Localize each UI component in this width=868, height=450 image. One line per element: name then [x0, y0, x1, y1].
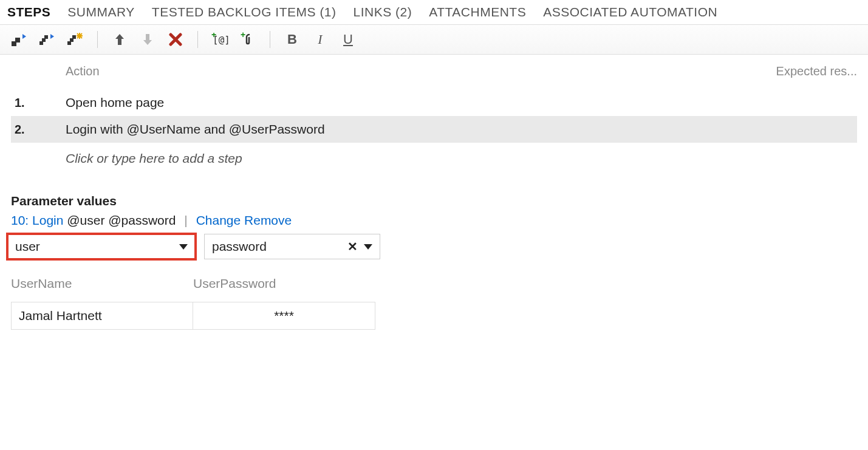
- column-header-userpassword: UserPassword: [193, 276, 375, 291]
- chevron-down-icon: [179, 244, 188, 250]
- add-step-placeholder[interactable]: Click or type here to add a step: [11, 143, 857, 177]
- userpassword-cell[interactable]: ****: [193, 302, 375, 330]
- dropdown-value: password: [212, 239, 267, 254]
- change-link[interactable]: Change: [196, 213, 241, 227]
- step-row[interactable]: 2. Login with @UserName and @UserPasswor…: [11, 116, 857, 143]
- insert-step-icon[interactable]: [11, 31, 28, 48]
- step-action[interactable]: Open home page: [66, 95, 857, 110]
- toolbar: [@]+ + B I U: [0, 25, 868, 55]
- tab-associated-automation[interactable]: ASSOCIATED AUTOMATION: [543, 4, 717, 21]
- parameter-table-row[interactable]: Jamal Hartnett ****: [11, 302, 868, 330]
- add-attachment-icon[interactable]: +: [239, 31, 256, 48]
- svg-text:+: +: [211, 33, 216, 39]
- user-mapping-dropdown[interactable]: user: [7, 234, 196, 259]
- parameter-set-suffix-text: @user @password: [67, 213, 176, 227]
- steps-grid: Action Expected res... 1. Open home page…: [0, 55, 868, 182]
- tab-tested-backlog-items[interactable]: TESTED BACKLOG ITEMS (1): [152, 4, 337, 21]
- italic-button[interactable]: I: [312, 31, 329, 48]
- separator: |: [184, 213, 187, 227]
- column-header-expected: Expected res...: [776, 64, 857, 78]
- parameter-set-link[interactable]: 10: Login: [11, 213, 63, 227]
- move-up-icon[interactable]: [111, 31, 128, 48]
- steps-header: Action Expected res...: [11, 64, 857, 78]
- step-number: 2.: [11, 123, 66, 137]
- dropdown-value: user: [15, 239, 40, 254]
- toolbar-separator: [270, 31, 270, 48]
- chevron-down-icon: [364, 244, 372, 250]
- step-number: 1.: [11, 96, 66, 110]
- username-cell[interactable]: Jamal Hartnett: [11, 302, 193, 330]
- parameter-mapping-row: user password ✕: [7, 234, 868, 259]
- move-down-icon[interactable]: [139, 31, 156, 48]
- tab-links[interactable]: LINKS (2): [354, 4, 412, 21]
- add-parameter-icon[interactable]: [@]+: [211, 31, 228, 48]
- toolbar-separator: [197, 31, 198, 48]
- column-header-username: UserName: [11, 276, 193, 291]
- step-row[interactable]: 1. Open home page: [11, 89, 857, 116]
- insert-shared-step-icon[interactable]: [39, 31, 56, 48]
- tab-attachments[interactable]: ATTACHMENTS: [429, 4, 526, 21]
- parameter-values-title: Parameter values: [11, 194, 868, 208]
- underline-button[interactable]: U: [340, 31, 357, 48]
- delete-icon[interactable]: [167, 31, 184, 48]
- bold-button[interactable]: B: [284, 31, 301, 48]
- password-mapping-dropdown[interactable]: password ✕: [204, 234, 380, 259]
- svg-text:+: +: [241, 32, 245, 39]
- parameter-table-header: UserName UserPassword: [11, 276, 868, 291]
- remove-link[interactable]: Remove: [244, 213, 292, 227]
- tab-summary[interactable]: SUMMARY: [67, 4, 134, 21]
- toolbar-separator: [97, 31, 98, 48]
- parameter-set-line: 10: Login @user @password | Change Remov…: [11, 213, 868, 228]
- tab-bar: STEPS SUMMARY TESTED BACKLOG ITEMS (1) L…: [0, 0, 868, 25]
- tab-steps[interactable]: STEPS: [7, 4, 50, 21]
- step-action[interactable]: Login with @UserName and @UserPassword: [66, 122, 857, 137]
- clear-icon[interactable]: ✕: [347, 239, 358, 254]
- column-header-action: Action: [66, 64, 776, 78]
- parameter-table: UserName UserPassword Jamal Hartnett ***…: [11, 276, 868, 330]
- new-shared-step-icon[interactable]: [67, 31, 84, 48]
